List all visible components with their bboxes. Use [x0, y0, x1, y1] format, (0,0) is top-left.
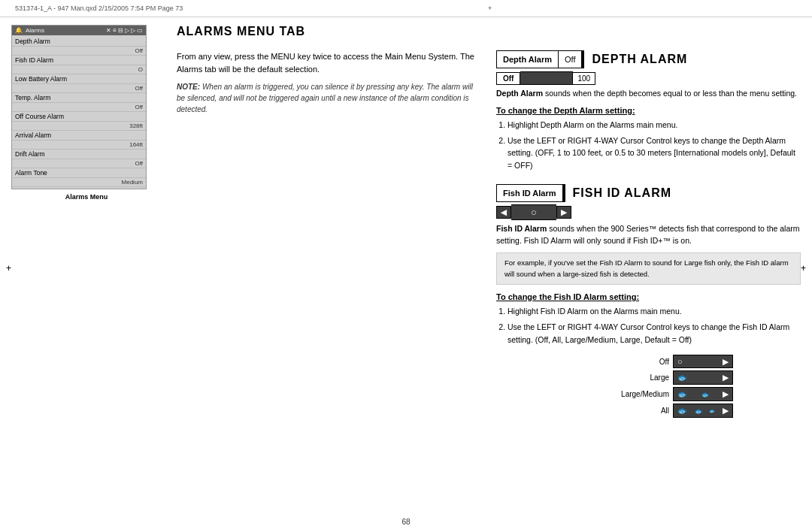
fish-id-note-text: For example, if you've set the Fish ID A…: [504, 258, 789, 277]
note-label: NOTE:: [177, 83, 202, 91]
titlebar-controls: ✕ ≡ ⊟ ▷ ▷ ▭: [106, 27, 143, 34]
content-columns: From any view, press the MENU key twice …: [177, 50, 801, 430]
fish-id-step-1: Highlight Fish ID Alarm on the Alarms ma…: [508, 305, 801, 318]
depth-alarm-num: 100: [573, 72, 595, 85]
fish-off-arrow: ▶: [723, 358, 729, 366]
fish-large-medium-icon-1: 🐟: [677, 389, 688, 399]
menu-row-drift-value: Off: [12, 159, 146, 168]
right-column: ALARMS MENU TAB From any view, press the…: [177, 25, 801, 430]
fish-id-alarm-desc-bold: Fish ID Alarm: [496, 224, 547, 233]
depth-alarm-desc-bold: Depth Alarm: [496, 89, 543, 98]
fish-id-alarm-label-box: Fish ID Alarm: [496, 184, 563, 202]
fish-all-icon-3: 🐟: [709, 408, 716, 414]
depth-alarm-title: DEPTH ALARM: [582, 50, 801, 68]
fish-large-medium-icon-2: 🐟: [701, 391, 710, 398]
fish-id-steps: Highlight Fish ID Alarm on the Alarms ma…: [508, 305, 801, 346]
main-content: 🔔 Alarms ✕ ≡ ⊟ ▷ ▷ ▭ Depth Alarm: [0, 17, 812, 437]
fish-option-large-label: Large: [617, 373, 669, 382]
depth-alarm-label: Depth Alarm: [503, 55, 552, 64]
depth-alarm-change-heading: To change the Depth Alarm setting:: [496, 106, 801, 115]
menu-row-depth-value: Off: [12, 47, 146, 56]
fish-id-note-box: For example, if you've set the Fish ID A…: [496, 252, 801, 285]
fish-option-large-medium-box: 🐟 🐟 ▶: [673, 387, 733, 401]
header-left-text: 531374-1_A - 947 Man.qxd 2/15/2005 7:54 …: [15, 5, 183, 12]
fish-id-alarm-title: FISH ID ALARM: [563, 184, 801, 202]
menu-row-fish-id: Fish ID Alarm: [12, 56, 146, 65]
page-number: 68: [401, 518, 410, 526]
fish-selector-row: ◀ ○ ▶: [496, 204, 801, 220]
depth-alarm-step-2: Use the LEFT or RIGHT 4-WAY Cursor Contr…: [508, 135, 801, 172]
menu-row-drift: Drift Alarm: [12, 150, 146, 159]
depth-alarm-description: Depth Alarm sounds when the depth become…: [496, 88, 801, 100]
alarms-menu-image: 🔔 Alarms ✕ ≡ ⊟ ▷ ▷ ▭ Depth Alarm: [11, 25, 147, 189]
alarms-menu-icon: 🔔: [15, 27, 23, 34]
alarms-note: NOTE: When an alarm is triggered, you ca…: [177, 81, 481, 115]
menu-row-tone-value: Medium: [12, 178, 146, 187]
depth-alarm-header: Depth Alarm Off DEPTH ALARM: [496, 50, 801, 68]
menu-row-temp-alarm: Temp. Alarm: [12, 93, 146, 103]
fish-selector-icon: ○: [511, 204, 556, 220]
alarms-menu-tab-title: ALARMS MENU TAB: [177, 25, 801, 38]
alarms-menu-body: Depth Alarm Off Fish ID Alarm O Low Batt…: [12, 35, 146, 189]
fish-id-options: Off ○ ▶ Large 🐟 ▶: [617, 355, 801, 418]
fish-all-icon-1: 🐟: [677, 406, 688, 416]
fish-option-all: All 🐟 🐟 🐟 ▶: [617, 404, 801, 418]
fish-off-circle: ○: [531, 207, 537, 218]
fish-option-off-box: ○ ▶: [673, 355, 733, 368]
menu-row-fish-value: O: [12, 65, 146, 74]
fish-large-icon: 🐟: [677, 373, 688, 382]
fish-option-large-medium-label: Large/Medium: [617, 390, 669, 398]
fish-option-large-box: 🐟 ▶: [673, 370, 733, 385]
fish-id-alarm-label: Fish ID Alarm: [503, 189, 556, 198]
depth-alarm-sub-row: Off 100: [496, 71, 801, 85]
fish-off-icon: ○: [677, 357, 683, 366]
menu-row-off-course: Off Course Alarm: [12, 112, 146, 122]
note-content: When an alarm is triggered, you can sile…: [177, 83, 473, 113]
depth-alarm-value-box: Off: [559, 50, 582, 68]
depth-alarm-sub-off: Off: [496, 72, 520, 85]
right-content: Depth Alarm Off DEPTH ALARM Off 100 Dept…: [496, 50, 801, 430]
menu-row-arrival: Arrival Alarm: [12, 131, 146, 141]
fish-option-off: Off ○ ▶: [617, 355, 801, 368]
fish-selector-left-arrow[interactable]: ◀: [496, 206, 511, 219]
alarms-menu-caption: Alarms Menu: [11, 193, 162, 201]
page-header: 531374-1_A - 947 Man.qxd 2/15/2005 7:54 …: [0, 0, 812, 17]
fish-all-icon-2: 🐟: [695, 407, 703, 415]
header-center-mark: +: [488, 5, 492, 12]
fish-id-alarm-header: Fish ID Alarm FISH ID ALARM: [496, 184, 801, 202]
menu-row-battery-value: Off: [12, 84, 146, 93]
left-content: From any view, press the MENU key twice …: [177, 50, 481, 430]
fish-id-step-2: Use the LEFT or RIGHT 4-WAY Cursor Contr…: [508, 321, 801, 346]
menu-row-course-value: 328ft: [12, 122, 146, 131]
depth-alarm-steps: Highlight Depth Alarm on the Alarms main…: [508, 119, 801, 172]
fish-option-large-medium: Large/Medium 🐟 🐟 ▶: [617, 387, 801, 401]
fish-id-change-heading: To change the Fish ID Alarm setting:: [496, 292, 801, 301]
alarms-intro: From any view, press the MENU key twice …: [177, 50, 481, 75]
depth-alarm-label-box: Depth Alarm: [496, 50, 559, 68]
menu-row-alarm-tone: Alarm Tone: [12, 168, 146, 178]
page-footer: 68: [401, 518, 410, 526]
menu-row-depth-alarm: Depth Alarm: [12, 37, 146, 47]
left-column: 🔔 Alarms ✕ ≡ ⊟ ▷ ▷ ▭ Depth Alarm: [11, 25, 162, 430]
depth-alarm-bar: [520, 71, 573, 85]
alarms-menu-titlebar-text: Alarms: [26, 27, 44, 34]
fish-large-medium-arrow: ▶: [723, 390, 729, 398]
fish-option-all-label: All: [617, 407, 669, 415]
reg-mark-right: +: [801, 263, 806, 274]
fish-option-all-box: 🐟 🐟 🐟 ▶: [673, 404, 733, 418]
fish-selector-right-arrow[interactable]: ▶: [556, 206, 571, 219]
fish-id-alarm-section: Fish ID Alarm FISH ID ALARM ◀ ○ ▶ Fish I…: [496, 184, 801, 418]
menu-row-temp-value: Off: [12, 103, 146, 112]
depth-alarm-desc-text: sounds when the depth becomes equal to o…: [543, 89, 797, 98]
fish-option-large: Large 🐟 ▶: [617, 370, 801, 385]
menu-row-low-battery: Low Battery Alarm: [12, 74, 146, 84]
reg-mark-left: +: [6, 263, 11, 274]
depth-alarm-value: Off: [565, 55, 575, 64]
depth-alarm-section: Depth Alarm Off DEPTH ALARM Off 100 Dept…: [496, 50, 801, 172]
fish-option-off-label: Off: [617, 358, 669, 366]
menu-row-arrival-value: 164ft: [12, 141, 146, 150]
fish-all-arrow: ▶: [723, 407, 729, 415]
alarms-menu-tab-section: ALARMS MENU TAB: [177, 25, 801, 38]
fish-large-arrow: ▶: [723, 373, 729, 382]
depth-alarm-step-1: Highlight Depth Alarm on the Alarms main…: [508, 119, 801, 131]
